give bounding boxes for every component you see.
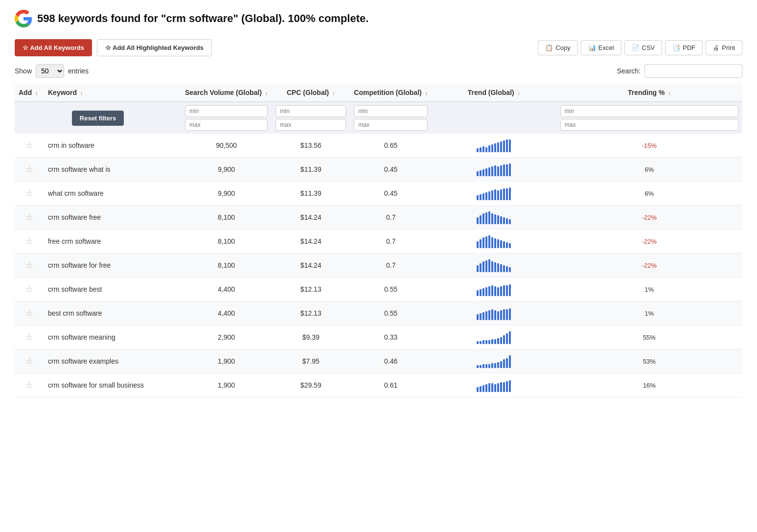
- sort-icon-cpc: ↕: [332, 90, 335, 96]
- table-row: ☆crm software best4,400$12.130.551%: [15, 278, 742, 301]
- filter-trending-pct-cell: [556, 102, 742, 134]
- copy-icon: 📋: [545, 44, 553, 51]
- star-button[interactable]: ☆: [25, 356, 33, 367]
- table-header-row: Add ↕ Keyword ↕ Search Volume (Global) ↕…: [15, 84, 742, 102]
- volume-cell: 2,900: [181, 325, 272, 349]
- filter-trending-min[interactable]: [560, 105, 738, 117]
- keyword-cell: crm software for free: [44, 254, 181, 278]
- entries-label: entries: [68, 67, 89, 75]
- trend-cell: [432, 182, 556, 206]
- page-header: 598 keywords found for "crm software" (G…: [15, 10, 742, 27]
- trending-pct-cell: -22%: [556, 254, 742, 278]
- star-button[interactable]: ☆: [25, 140, 33, 151]
- trend-cell: [432, 158, 556, 182]
- col-keyword: Keyword ↕: [44, 84, 181, 102]
- add-cell: ☆: [15, 373, 44, 397]
- trend-cell: [432, 230, 556, 254]
- filter-trending-max[interactable]: [560, 119, 738, 131]
- sort-icon-keyword: ↕: [80, 90, 83, 96]
- copy-button[interactable]: 📋 Copy: [538, 40, 577, 55]
- csv-icon: 📄: [632, 44, 640, 51]
- table-row: ☆free crm software8,100$14.240.7-22%: [15, 230, 742, 254]
- star-button[interactable]: ☆: [25, 332, 33, 343]
- star-button[interactable]: ☆: [25, 164, 33, 175]
- table-row: ☆crm software for small business1,900$29…: [15, 373, 742, 397]
- star-button[interactable]: ☆: [25, 236, 33, 247]
- competition-cell: 0.7: [350, 206, 432, 230]
- col-trending-pct: Trending % ↕: [556, 84, 742, 102]
- cpc-cell: $12.13: [272, 301, 350, 325]
- print-button[interactable]: 🖨 Print: [706, 40, 742, 55]
- trending-pct-cell: -15%: [556, 134, 742, 158]
- entries-select[interactable]: 10 25 50 100: [36, 64, 64, 78]
- add-cell: ☆: [15, 134, 44, 158]
- table-row: ☆crm software free8,100$14.240.7-22%: [15, 206, 742, 230]
- trending-pct-cell: -22%: [556, 230, 742, 254]
- reset-filters-button[interactable]: Reset filters: [72, 111, 124, 126]
- add-cell: ☆: [15, 278, 44, 301]
- filter-volume-min[interactable]: [185, 105, 268, 117]
- volume-cell: 4,400: [181, 278, 272, 301]
- sort-icon-volume: ↕: [265, 90, 268, 96]
- filter-volume-max[interactable]: [185, 119, 268, 131]
- col-add: Add ↕: [15, 84, 44, 102]
- table-controls: Show 10 25 50 100 entries Search:: [15, 64, 742, 78]
- star-button[interactable]: ☆: [25, 308, 33, 319]
- table-row: ☆best crm software4,400$12.130.551%: [15, 301, 742, 325]
- keyword-cell: crm software best: [44, 278, 181, 301]
- star-button[interactable]: ☆: [25, 212, 33, 223]
- trending-pct-cell: 53%: [556, 349, 742, 373]
- add-all-keywords-button[interactable]: ☆ Add All Keywords: [15, 39, 92, 56]
- trending-pct-cell: 6%: [556, 158, 742, 182]
- trend-cell: [432, 278, 556, 301]
- keyword-cell: what crm software: [44, 182, 181, 206]
- add-cell: ☆: [15, 230, 44, 254]
- star-button[interactable]: ☆: [25, 284, 33, 295]
- google-logo: [15, 10, 32, 27]
- sort-icon-competition: ↕: [425, 90, 428, 96]
- keyword-cell: crm in software: [44, 134, 181, 158]
- csv-button[interactable]: 📄 CSV: [624, 40, 663, 55]
- competition-cell: 0.7: [350, 254, 432, 278]
- table-row: ☆crm software what is9,900$11.390.456%: [15, 158, 742, 182]
- star-button[interactable]: ☆: [25, 260, 33, 271]
- competition-cell: 0.65: [350, 134, 432, 158]
- filter-competition-min[interactable]: [354, 105, 428, 117]
- star-button[interactable]: ☆: [25, 380, 33, 391]
- cpc-cell: $9.39: [272, 325, 350, 349]
- filter-competition-max[interactable]: [354, 119, 428, 131]
- sort-icon-trending: ↕: [668, 90, 671, 96]
- filter-cpc-min[interactable]: [275, 105, 346, 117]
- cpc-cell: $11.39: [272, 182, 350, 206]
- competition-cell: 0.45: [350, 158, 432, 182]
- competition-cell: 0.46: [350, 349, 432, 373]
- competition-cell: 0.55: [350, 301, 432, 325]
- table-row: ☆crm software meaning2,900$9.390.3355%: [15, 325, 742, 349]
- volume-cell: 1,900: [181, 349, 272, 373]
- competition-cell: 0.33: [350, 325, 432, 349]
- keyword-cell: crm software free: [44, 206, 181, 230]
- search-label: Search:: [617, 67, 641, 75]
- add-cell: ☆: [15, 158, 44, 182]
- filter-row: Reset filters: [15, 102, 742, 134]
- cpc-cell: $7.95: [272, 349, 350, 373]
- pdf-button[interactable]: 📑 PDF: [665, 40, 703, 55]
- search-input[interactable]: [644, 64, 742, 78]
- filter-cpc: [275, 105, 346, 131]
- competition-cell: 0.7: [350, 230, 432, 254]
- show-entries-control: Show 10 25 50 100 entries: [15, 64, 89, 78]
- star-button[interactable]: ☆: [25, 188, 33, 199]
- trending-pct-cell: 55%: [556, 325, 742, 349]
- sort-icon-add: ↕: [35, 90, 38, 96]
- filter-cpc-cell: [272, 102, 350, 134]
- filter-competition-cell: [350, 102, 432, 134]
- cpc-cell: $12.13: [272, 278, 350, 301]
- excel-button[interactable]: 📊 Excel: [581, 40, 621, 55]
- col-competition: Competition (Global) ↕: [350, 84, 432, 102]
- filter-cpc-max[interactable]: [275, 119, 346, 131]
- cpc-cell: $14.24: [272, 254, 350, 278]
- col-cpc: CPC (Global) ↕: [272, 84, 350, 102]
- trending-pct-cell: 16%: [556, 373, 742, 397]
- add-highlighted-keywords-button[interactable]: ☆ Add All Highlighted Keywords: [97, 39, 212, 56]
- print-icon: 🖨: [713, 44, 719, 51]
